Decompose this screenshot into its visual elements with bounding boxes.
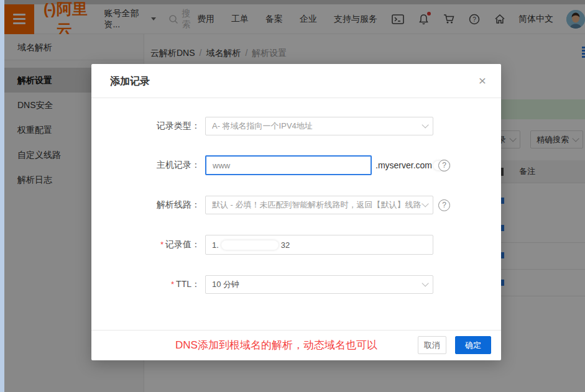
redaction-blur (221, 240, 279, 250)
ttl-value: 10 分钟 (212, 279, 421, 290)
chevron-down-icon (421, 280, 428, 286)
required-asterisk: * (160, 240, 164, 249)
record-type-value: A- 将域名指向一个IPV4地址 (212, 121, 421, 132)
chevron-down-icon (421, 200, 428, 207)
chevron-down-icon (421, 121, 428, 128)
record-value-suffix: 32 (281, 240, 290, 250)
record-type-label: 记录类型： (91, 121, 200, 132)
cancel-button[interactable]: 取消 (418, 336, 446, 354)
add-record-dialog: 添加记录 × 记录类型： A- 将域名指向一个IPV4地址 主机记录： .mys… (91, 64, 501, 360)
ttl-label: *TTL： (91, 279, 200, 290)
record-value-input[interactable]: 1. 32 (205, 235, 433, 255)
help-icon[interactable]: ? (438, 199, 450, 211)
required-asterisk: * (171, 280, 174, 289)
dialog-footer: DNS添加到根域名的解析，动态域名也可以 取消 确定 (91, 330, 501, 360)
close-icon[interactable]: × (479, 73, 486, 88)
host-record-input[interactable] (205, 155, 372, 175)
resolution-line-select[interactable]: 默认 - 必填！未匹配到智能解析线路时，返回【默认】线路设... (205, 196, 433, 214)
dialog-title: 添加记录 (110, 64, 150, 98)
record-value-row: *记录值： 1. 32 (91, 235, 501, 255)
ttl-select[interactable]: 10 分钟 (205, 275, 433, 294)
resolution-line-row: 解析线路： 默认 - 必填！未匹配到智能解析线路时，返回【默认】线路设... ? (91, 195, 501, 215)
window-edge-left (0, 0, 4, 392)
record-value-label: *记录值： (91, 239, 200, 250)
host-record-row: 主机记录： .myserver.com ? (91, 155, 501, 175)
resolution-line-label: 解析线路： (91, 199, 200, 211)
screen: (-) 阿里云 账号全部资... 搜索 费用 工单 备案 企业 支持与服务 (0, 0, 585, 392)
record-type-select[interactable]: A- 将域名指向一个IPV4地址 (205, 117, 433, 135)
host-record-label: 主机记录： (91, 160, 200, 171)
dialog-header: 添加记录 × (91, 64, 501, 98)
resolution-line-value: 默认 - 必填！未匹配到智能解析线路时，返回【默认】线路设... (212, 199, 421, 211)
record-value-prefix: 1. (212, 240, 219, 250)
ttl-row: *TTL： 10 分钟 (91, 275, 501, 294)
record-type-row: 记录类型： A- 将域名指向一个IPV4地址 (91, 116, 501, 136)
domain-suffix: .myserver.com (375, 160, 432, 170)
help-icon[interactable]: ? (438, 160, 450, 171)
annotation-note: DNS添加到根域名的解析，动态域名也可以 (175, 338, 377, 352)
confirm-button[interactable]: 确定 (455, 336, 491, 354)
